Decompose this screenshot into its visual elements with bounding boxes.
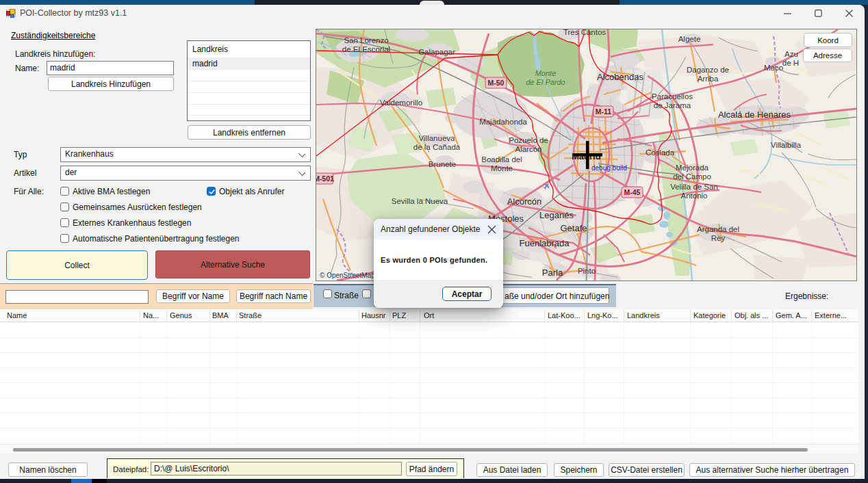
svg-text:de H: de H (782, 59, 799, 67)
svg-text:Coslada: Coslada (646, 148, 675, 157)
svg-text:del Campo: del Campo (673, 172, 711, 181)
svg-text:Paracuellos: Paracuellos (652, 92, 693, 101)
svg-text:Alcorcón: Alcorcón (507, 196, 542, 207)
svg-text:Alcobendas: Alcobendas (597, 72, 643, 82)
svg-text:Getafe: Getafe (560, 223, 587, 233)
svg-text:Villanueva: Villanueva (419, 134, 455, 142)
svg-text:Pinto: Pinto (578, 267, 596, 275)
svg-text:Brunete: Brunete (429, 160, 456, 168)
svg-text:M-45: M-45 (624, 188, 641, 196)
svg-text:Valdemorillo: Valdemorillo (380, 99, 422, 107)
svg-text:Parla: Parla (542, 267, 563, 278)
svg-text:Rey: Rey (711, 234, 726, 242)
svg-text:Galapagar: Galapagar (418, 48, 455, 56)
svg-text:© OpenStreetMap –: © OpenStreetMap – (320, 272, 381, 279)
svg-text:Arriba: Arriba (698, 75, 719, 83)
svg-text:Algete: Algete (678, 35, 701, 43)
svg-text:Pozuelo de: Pozuelo de (509, 136, 548, 144)
svg-text:Sevilla la Nueva: Sevilla la Nueva (392, 197, 448, 205)
svg-text:debug build: debug build (591, 164, 627, 172)
svg-text:Alarcón: Alarcón (515, 145, 542, 153)
svg-text:Arganda del: Arganda del (697, 225, 739, 233)
svg-text:de Jarama: de Jarama (654, 101, 691, 109)
svg-text:Leganés: Leganés (539, 210, 574, 220)
svg-text:Monte: Monte (535, 69, 557, 77)
svg-text:Majadahonda: Majadahonda (479, 118, 527, 126)
svg-text:Alcalá de Henares: Alcalá de Henares (718, 109, 791, 120)
svg-text:M-501: M-501 (316, 174, 334, 183)
svg-text:San Lorenzo: San Lorenzo (344, 36, 388, 44)
svg-text:M-11: M-11 (596, 107, 612, 116)
svg-text:Fuenlabrada: Fuenlabrada (520, 238, 570, 248)
svg-text:Daganzo de: Daganzo de (687, 66, 729, 74)
svg-text:Velilla de San: Velilla de San (670, 183, 718, 191)
svg-text:Antonio: Antonio (680, 192, 707, 200)
svg-text:Villalbilla: Villalbilla (771, 141, 802, 149)
svg-text:Meco: Meco (764, 64, 783, 72)
svg-text:de El Pardo: de El Pardo (526, 78, 565, 86)
svg-text:Azu: Azu (784, 50, 798, 58)
svg-text:Monte: Monte (491, 164, 513, 172)
svg-text:M-50: M-50 (488, 79, 505, 87)
svg-text:de El Escorial: de El Escorial (342, 45, 390, 53)
svg-text:Boadilla del: Boadilla del (481, 155, 522, 164)
svg-text:de la Cañada: de la Cañada (413, 143, 461, 151)
svg-text:Mejorada: Mejorada (676, 164, 709, 172)
svg-text:Tres Cantos: Tres Cantos (563, 29, 606, 36)
